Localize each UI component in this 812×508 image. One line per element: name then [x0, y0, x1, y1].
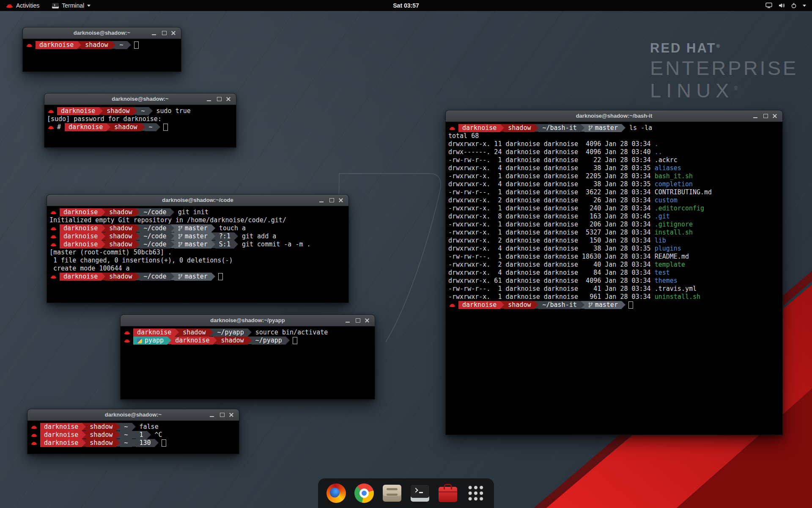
terminal-text: drwxrwxr-x. 4 darknoise darknoise 38 Jan…	[448, 245, 655, 253]
maximize-button[interactable]	[326, 195, 337, 206]
terminal-text: -rw-rw-r--. 1 darknoise darknoise 3622 J…	[448, 188, 655, 196]
prompt-segment: ~/bash-it	[538, 124, 580, 132]
terminal-window[interactable]: darknoise@shadow:~ darknoiseshadow~	[22, 27, 181, 72]
window-titlebar[interactable]: darknoise@shadow:~	[23, 28, 181, 39]
powerline-separator	[286, 337, 290, 344]
prompt-segment: darknoise	[36, 41, 77, 49]
window-title: darknoise@shadow:~	[112, 96, 168, 102]
prompt-segment: 130	[136, 439, 155, 447]
terminal-text: aliases	[655, 164, 681, 172]
terminal-text: drwxrwxr-x. 2 darknoise darknoise 150 Ja…	[448, 237, 655, 245]
terminal-text: completion	[655, 180, 693, 188]
app-menu-terminal[interactable]: Terminal	[50, 0, 92, 11]
chevron-down-icon	[87, 5, 91, 7]
prompt-segment: darknoise	[60, 232, 102, 240]
maximize-button[interactable]	[760, 110, 771, 121]
dock-icon-chrome[interactable]	[354, 483, 374, 503]
dock-icon-firefox[interactable]	[326, 483, 346, 503]
prompt-segment: master	[174, 240, 211, 248]
powerline-separator	[156, 123, 160, 131]
terminal-line: -rwxrwxr-x. 1 darknoise darknoise 2205 J…	[448, 172, 782, 180]
window-titlebar[interactable]: darknoise@shadow:~	[27, 409, 239, 421]
minimize-button[interactable]	[149, 28, 159, 39]
terminal-content[interactable]: darknoiseshadow~/pyapp source bin/activa…	[121, 326, 375, 399]
terminal-text: ..	[655, 148, 662, 156]
window-titlebar[interactable]: darknoise@shadow:~/code	[47, 195, 348, 206]
maximize-button[interactable]	[353, 315, 363, 326]
prompt-segment: ~	[120, 439, 132, 447]
minimize-button[interactable]	[750, 110, 760, 121]
redhat-icon	[31, 431, 37, 439]
prompt-segment: darknoise	[57, 107, 99, 115]
dock-icon-toolbox[interactable]	[438, 483, 458, 503]
terminal-window[interactable]: darknoise@shadow:~/pyapp darknoiseshadow…	[120, 315, 375, 400]
powerline-separator	[132, 439, 136, 447]
clock[interactable]: Sat 03:57	[393, 2, 419, 9]
maximize-button[interactable]	[214, 94, 224, 105]
prompt-segment: S:1	[215, 240, 234, 248]
minimize-button[interactable]	[343, 315, 353, 326]
terminal-line: -rwxrwxr-x. 1 darknoise darknoise 206 Ja…	[448, 221, 782, 229]
powerline-separator	[175, 329, 179, 336]
powerline-separator	[102, 224, 105, 232]
chevron-down-icon[interactable]	[803, 5, 806, 7]
dock	[318, 478, 494, 508]
terminal-line: pyappdarknoiseshadow~/pyapp	[123, 337, 375, 345]
prompt-segment: shadow	[110, 123, 141, 131]
close-button[interactable]	[223, 94, 233, 105]
terminal-window[interactable]: darknoise@shadow:~/code darknoiseshadow~…	[47, 194, 349, 303]
prompt-segment: shadow	[179, 329, 209, 337]
files-icon	[383, 485, 401, 502]
close-button[interactable]	[226, 409, 236, 420]
terminal-window[interactable]: darknoise@shadow:~ darknoiseshadow~ fals…	[27, 409, 239, 454]
powerline-separator	[149, 107, 153, 115]
volume-icon[interactable]	[778, 3, 785, 8]
close-button[interactable]	[168, 28, 178, 39]
terminal-line: drwxrwxr-x. 61 darknoise darknoise 4096 …	[448, 277, 782, 285]
close-button[interactable]	[362, 315, 372, 326]
terminal-window[interactable]: darknoise@shadow:~ darknoiseshadow~ sudo…	[44, 93, 236, 148]
prompt-segment: shadow	[103, 107, 133, 115]
dock-icon-terminal[interactable]	[410, 483, 430, 503]
maximize-button[interactable]	[159, 28, 169, 39]
powerline-separator	[116, 431, 120, 439]
redhat-icon	[50, 240, 57, 248]
activities-button[interactable]: Activities	[4, 0, 41, 11]
minimize-button[interactable]	[204, 94, 214, 105]
terminal-text: -rw-rw-r--. 1 darknoise darknoise 22 Jan…	[448, 156, 655, 164]
minimize-button[interactable]	[207, 409, 217, 420]
display-icon[interactable]	[765, 3, 772, 8]
terminal-content[interactable]: darknoiseshadow~/bash-itmaster ls -latot…	[446, 122, 782, 435]
rhel-redhat-text: RED HAT	[650, 41, 716, 55]
powerline-separator	[102, 273, 105, 280]
window-titlebar[interactable]: darknoise@shadow:~	[44, 94, 236, 105]
prompt-segment: darknoise	[40, 423, 82, 431]
terminal-text: .ackrc	[655, 156, 678, 164]
window-titlebar[interactable]: darknoise@shadow:~/bash-it	[446, 110, 782, 122]
close-button[interactable]	[336, 195, 346, 206]
terminal-line: drwxrwxr-x. 4 darknoise darknoise 84 Jan…	[448, 269, 782, 277]
minimize-button[interactable]	[316, 195, 326, 206]
terminal-content[interactable]: darknoiseshadow~ sudo true[sudo] passwor…	[44, 105, 236, 147]
maximize-button[interactable]	[217, 409, 227, 420]
dock-icon-app-grid[interactable]	[466, 483, 486, 503]
powerline-separator	[132, 423, 136, 431]
terminal-text: -rwxrwxr-x. 1 darknoise darknoise 2205 J…	[448, 172, 655, 180]
dock-icon-files[interactable]	[382, 483, 402, 503]
terminal-line: darknoiseshadow~/codemasterS:1 git commi…	[49, 240, 348, 248]
terminal-content[interactable]: darknoiseshadow~/code git initInitialize…	[47, 206, 348, 303]
prompt-segment: darknoise	[60, 273, 102, 281]
terminal-window-focused[interactable]: darknoise@shadow:~/bash-it darknoiseshad…	[445, 110, 783, 435]
terminal-text: drwxrwxr-x. 4 darknoise darknoise 38 Jan…	[448, 180, 655, 188]
close-button[interactable]	[770, 110, 780, 121]
window-titlebar[interactable]: darknoise@shadow:~/pyapp	[121, 315, 375, 326]
terminal-text: uninstall.sh	[655, 293, 700, 301]
terminal-content[interactable]: darknoiseshadow~	[23, 39, 181, 72]
terminal-text: drwxrwxr-x. 2 darknoise darknoise 26 Jan…	[448, 196, 655, 204]
terminal-cursor	[162, 439, 166, 447]
terminal-cursor	[134, 41, 139, 49]
powerline-separator	[535, 124, 538, 132]
powerline-separator	[234, 232, 238, 240]
power-icon[interactable]	[791, 3, 797, 8]
terminal-content[interactable]: darknoiseshadow~ falsedarknoiseshadow~1 …	[27, 421, 239, 454]
